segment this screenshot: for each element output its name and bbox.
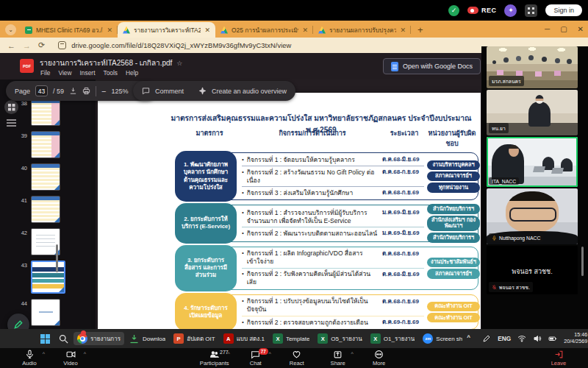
page-thumbnail-39[interactable] xyxy=(31,131,60,158)
caret-up-icon[interactable]: ^ xyxy=(84,351,86,356)
caret-up-icon[interactable]: ^ xyxy=(268,351,270,356)
page-thumbnail-38[interactable] xyxy=(31,99,60,126)
activity-text: กิจกรรมที่ 1 : สำรวจงานบริการที่มีผู้รับ… xyxy=(247,209,379,225)
menu-insert[interactable]: Insert xyxy=(80,69,96,77)
responsible-units: งานบริหารบุคคลฯสภาคณาจารย์ฯทุกหน่วยงาน xyxy=(427,152,480,201)
site-info-icon[interactable] xyxy=(58,41,66,49)
taskbar-app-6[interactable]: XO5_รายงาน xyxy=(314,332,365,345)
react-button[interactable]: React xyxy=(276,350,318,367)
sign-in-button[interactable]: Sign in xyxy=(545,4,582,16)
tab-search-chevron-icon[interactable]: ⌄ xyxy=(5,24,16,35)
video-button[interactable]: Video^ xyxy=(50,350,91,367)
window-close-button[interactable]: ✕ xyxy=(578,25,584,33)
grid-view-icon[interactable] xyxy=(4,100,18,114)
browser-tab-4[interactable]: รายงานผลการปรับปรุงความเสี่ยงต้นเ✕ xyxy=(313,22,411,38)
activity-period: ต.ค.68-ก.ย.69 xyxy=(382,250,424,258)
activities: •กิจกรรมที่ 1 : จัดอบรมให้ความรู้บุคลากร… xyxy=(237,153,426,199)
chat-label: Chat xyxy=(250,360,262,367)
volume-icon[interactable] xyxy=(533,334,542,343)
browser-tab-2[interactable]: รายงานการวิเคราะห์ITA2568 - เภกิ...✕ xyxy=(118,22,215,38)
taskbar-app-3[interactable]: Pอัปเดต OIT xyxy=(170,332,219,345)
print-icon[interactable] xyxy=(82,87,90,95)
download-icon[interactable] xyxy=(69,87,77,95)
open-with-google-docs-button[interactable]: Open with Google Docs xyxy=(383,58,481,74)
thumbnail-page-number: 39 xyxy=(18,131,27,139)
new-tab-button[interactable]: + xyxy=(417,24,423,35)
menu-view[interactable]: View xyxy=(59,69,72,77)
taskbar-app-2[interactable]: Downloa xyxy=(125,332,169,346)
page-thumbnail-41[interactable] xyxy=(31,196,60,223)
outline-view-icon[interactable] xyxy=(7,119,16,121)
window-maximize-button[interactable]: ▢ xyxy=(560,25,567,33)
responsible-units: สำนักวิทยบริการฯสำนักส่งเสริมฯ กองพัฒนาฯ… xyxy=(427,204,480,243)
taskbar-app-1[interactable]: รายงานการ xyxy=(74,332,124,345)
system-tray: ^ ENG 15:46 20/4/2569 xyxy=(467,332,588,344)
taskbar-app-label: Downloa xyxy=(143,336,165,342)
share-button[interactable]: Share^ xyxy=(318,350,359,367)
sidebar-scrollbar[interactable] xyxy=(56,244,58,272)
taskbar-search-button[interactable] xyxy=(54,332,73,346)
taskbar-app-5[interactable]: XTemplate xyxy=(269,332,313,345)
video-tile-3[interactable]: ITA_NACC xyxy=(487,137,578,187)
page-number-input[interactable]: 43 xyxy=(35,85,48,96)
video-tile-5[interactable]: พจนอร สวชช.พจนอร สวชช. xyxy=(487,246,578,294)
tab-close-icon[interactable]: ✕ xyxy=(204,26,210,34)
video-tile-4[interactable]: Nutthapong NACC xyxy=(487,188,578,244)
video-tile-2[interactable]: หน.ยา xyxy=(487,90,578,135)
video-tile-1[interactable]: มรภ.สกลนคร xyxy=(487,46,578,88)
forward-icon[interactable]: → xyxy=(23,41,31,50)
bullet-icon: • xyxy=(242,209,244,216)
back-icon[interactable]: ← xyxy=(7,41,15,50)
bullet-icon: • xyxy=(242,250,244,257)
chat-button[interactable]: Chat77^ xyxy=(235,350,276,367)
page-thumbnail-40[interactable] xyxy=(31,163,60,191)
battery-icon[interactable] xyxy=(548,334,557,343)
activity-line: •กิจกรรมที่ 2 : พัฒนาระบบติดตามสถานะออนไ… xyxy=(242,227,424,239)
activity-line: •กิจกรรมที่ 2 : ตรวจสอบความถูกต้องรายเดื… xyxy=(242,316,424,328)
url-text[interactable]: drive.google.com/file/d/18Q28VXiQ2j_xWYz… xyxy=(71,42,291,49)
pen-icon[interactable] xyxy=(482,334,491,343)
more-button[interactable]: More xyxy=(359,350,400,367)
recording-indicator: REC xyxy=(467,7,497,14)
zoom-out-button[interactable]: − xyxy=(101,87,106,96)
zoom-level[interactable]: 125% xyxy=(111,88,128,95)
caret-up-icon[interactable]: ^ xyxy=(227,351,229,356)
menu-help[interactable]: Help xyxy=(126,69,138,77)
page-thumbnail-44[interactable] xyxy=(31,299,60,326)
menu-tools[interactable]: Tools xyxy=(103,69,118,77)
menu-file[interactable]: File xyxy=(40,69,51,77)
apps-icon[interactable] xyxy=(525,4,537,17)
star-icon[interactable]: ☆ xyxy=(176,60,182,67)
responsible-units: คณะทำงาน OITคณะทำงาน OIT xyxy=(427,294,480,330)
caret-up-icon[interactable]: ^ xyxy=(351,351,353,356)
taskbar-app-8[interactable]: zmScreen sh xyxy=(419,332,466,345)
drive-favicon-icon xyxy=(123,26,130,34)
window-minimize-button[interactable]: ─ xyxy=(545,25,550,33)
language-indicator[interactable]: ENG xyxy=(498,335,511,342)
audio-button[interactable]: Audio^ xyxy=(9,350,50,367)
tray-expand-icon[interactable]: ^ xyxy=(467,334,476,343)
browser-tab-1[interactable]: MHESI Clinic ITA69 อว./อุดมศึกษา✕ xyxy=(20,22,118,38)
reload-icon[interactable]: ⟳ xyxy=(38,40,45,50)
clock[interactable]: 15:46 20/4/2569 xyxy=(564,332,587,344)
taskbar-app-4[interactable]: Aแบบ สตง.1 xyxy=(220,332,268,345)
meeting-topbar: ✓ REC ✦ Sign in xyxy=(0,0,588,21)
wifi-icon[interactable] xyxy=(517,334,526,343)
caret-up-icon[interactable]: ^ xyxy=(43,351,45,356)
tab-close-icon[interactable]: ✕ xyxy=(107,26,112,34)
tab-close-icon[interactable]: ✕ xyxy=(302,26,308,34)
taskbar-app-7[interactable]: XO1_รายงาน xyxy=(367,332,418,345)
start-button[interactable] xyxy=(37,333,54,345)
pdf-toolbar-actions: Comment Create an audio overview xyxy=(133,81,295,101)
video-panel-scrollbar[interactable] xyxy=(581,247,584,276)
participants-button[interactable]: Participants277^ xyxy=(194,350,235,367)
assistant-icon[interactable]: ✦ xyxy=(504,4,517,17)
browser-tab-3[interactable]: O25 การนำผลการประเมิน ITA ไปสู่✕ xyxy=(215,22,313,38)
comment-button[interactable]: Comment xyxy=(155,88,184,95)
page-thumbnail-43[interactable] xyxy=(31,261,65,294)
security-shield-icon[interactable]: ✓ xyxy=(448,5,459,16)
audio-overview-button[interactable]: Create an audio overview xyxy=(212,88,287,95)
comment-icon xyxy=(142,87,150,95)
leave-button[interactable]: Leave xyxy=(538,350,579,367)
tab-close-icon[interactable]: ✕ xyxy=(400,26,406,34)
